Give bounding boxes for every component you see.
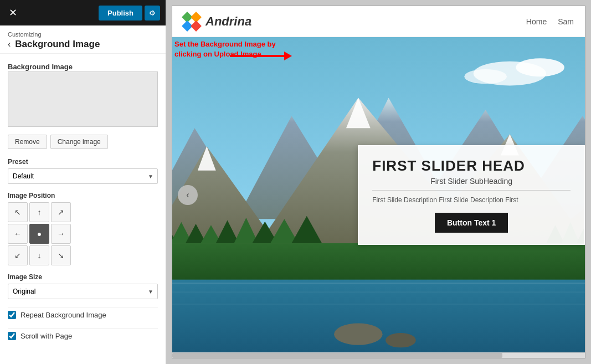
svg-rect-25 <box>172 292 585 293</box>
preset-group: Preset Default <box>8 158 158 184</box>
change-image-button[interactable]: Change image <box>50 135 108 149</box>
size-group: Image Size Original <box>8 273 158 299</box>
preset-select-wrap: Default <box>8 168 158 184</box>
back-button[interactable]: ‹ <box>8 39 11 49</box>
logo-name: Andrina <box>205 14 251 29</box>
svg-point-3 <box>464 69 507 84</box>
top-bar: ✕ Publish ⚙ <box>0 0 166 25</box>
preset-label: Preset <box>8 158 158 166</box>
repeat-checkbox[interactable] <box>8 311 16 319</box>
preview-scrollbar[interactable] <box>172 352 585 358</box>
pos-mc[interactable]: ● <box>29 224 49 244</box>
logo-area: Andrina <box>183 13 251 30</box>
diamond-br <box>191 20 202 32</box>
slider-button[interactable]: Button Text 1 <box>435 213 508 233</box>
scrollbar-thumb <box>172 353 502 358</box>
image-buttons: Remove Change image <box>8 135 158 149</box>
size-label: Image Size <box>8 273 158 281</box>
pos-bl[interactable]: ↙ <box>8 245 28 265</box>
scroll-checkbox[interactable] <box>8 332 16 340</box>
nav-items: Home Sam <box>526 17 574 26</box>
slider-divider <box>372 190 571 191</box>
position-grid: ↖ ↑ ↗ ← ● → ↙ ↓ ↘ <box>8 202 158 265</box>
pos-bc[interactable]: ↓ <box>29 245 49 265</box>
preview-header: Andrina Home Sam <box>172 6 585 37</box>
svg-rect-24 <box>172 283 585 284</box>
close-button[interactable]: ✕ <box>6 6 20 20</box>
pos-tr[interactable]: ↗ <box>51 202 71 222</box>
size-select-wrap: Original <box>8 284 158 299</box>
svg-point-2 <box>516 58 564 76</box>
back-row: ‹ Background Image <box>8 39 158 50</box>
remove-button[interactable]: Remove <box>8 135 47 149</box>
image-placeholder <box>8 71 158 127</box>
pos-ml[interactable]: ← <box>8 224 28 244</box>
pos-br[interactable]: ↘ <box>51 245 71 265</box>
breadcrumb-label: Customizing <box>8 31 158 38</box>
right-preview: Andrina Home Sam Set the Background Imag… <box>166 0 591 364</box>
publish-button[interactable]: Publish <box>99 6 142 20</box>
svg-point-27 <box>334 323 383 345</box>
publish-group: Publish ⚙ <box>99 6 160 20</box>
preset-select[interactable]: Default <box>8 168 158 184</box>
bg-image-label: Background Image <box>8 63 73 71</box>
nav-sam[interactable]: Sam <box>558 17 574 26</box>
slider-description: First Slide Description First Slide Desc… <box>372 195 571 205</box>
panel-content: Background Image Remove Change image Pre… <box>0 54 166 364</box>
repeat-label: Repeat Background Image <box>20 311 106 319</box>
position-group: Image Position ↖ ↑ ↗ ← ● → ↙ ↓ ↘ <box>8 192 158 265</box>
pos-tl[interactable]: ↖ <box>8 202 28 222</box>
gear-button[interactable]: ⚙ <box>145 6 160 20</box>
left-panel: ✕ Publish ⚙ Customizing ‹ Background Ima… <box>0 0 166 364</box>
slider-subheading: First Slider SubHeading <box>372 177 571 186</box>
pos-tc[interactable]: ↑ <box>29 202 49 222</box>
breadcrumb: Customizing ‹ Background Image <box>0 25 166 54</box>
logo-diamonds <box>183 13 200 30</box>
position-label: Image Position <box>8 192 158 199</box>
slider-prev-button[interactable]: ‹ <box>178 185 198 205</box>
repeat-row: Repeat Background Image <box>8 307 158 322</box>
page-title: Background Image <box>15 39 100 50</box>
hero-area: Set the Background Image byclicking on U… <box>172 37 585 352</box>
size-select[interactable]: Original <box>8 284 158 299</box>
slider-heading: FIRST SLIDER HEAD <box>372 157 571 175</box>
background-image-section: Background Image <box>8 61 158 127</box>
preview-frame: Andrina Home Sam Set the Background Imag… <box>172 6 585 358</box>
svg-point-28 <box>386 333 416 347</box>
scroll-label: Scroll with Page <box>20 332 72 340</box>
svg-rect-23 <box>172 280 585 352</box>
svg-rect-26 <box>172 304 585 304</box>
scroll-row: Scroll with Page <box>8 328 158 344</box>
pos-mr[interactable]: → <box>51 224 71 244</box>
slider-content: FIRST SLIDER HEAD First Slider SubHeadin… <box>358 145 585 245</box>
nav-home[interactable]: Home <box>526 17 547 26</box>
